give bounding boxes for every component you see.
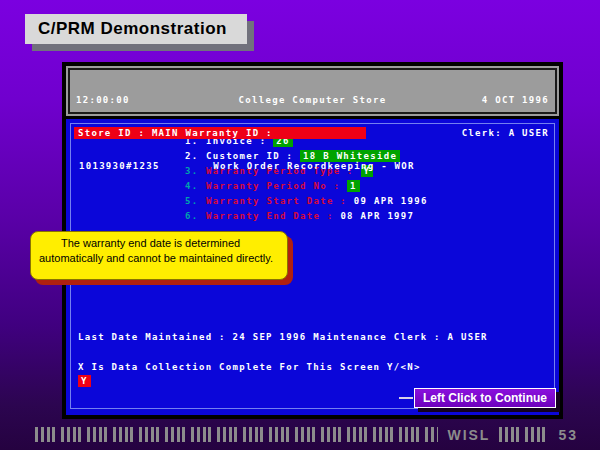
field-row: 5.Warranty Start Date : 09 APR 1996 [185,193,428,208]
page-number: 53 [558,427,578,443]
clock: 12:00:00 [76,95,216,105]
field-colon: : [327,181,347,191]
field-label: Warranty Start Date [206,196,334,206]
field-value: 09 APR 1996 [354,196,428,206]
field-list: 1.Invoice : 262.Customer ID : 18 B White… [185,133,428,223]
field-value[interactable]: 1 [347,180,360,192]
footer-brand: WISL [447,427,490,443]
field-label: Warranty Period No [206,181,327,191]
date: 4 OCT 1996 [409,95,549,105]
footer-bar: WISL 53 [0,426,600,443]
terminal-header: 12:00:00 College Computer Store 4 OCT 19… [66,66,559,119]
clerk-label: Clerk: A USER [409,128,549,138]
store-id-bar: Store ID : MAIN Warranty ID : [74,127,366,139]
screen-title: Work Order Recordkeeping - WOR [213,161,415,171]
data-collection-prompt: X Is Data Collection Complete For This S… [78,362,421,372]
last-maintained-line: Last Date Maintained : 24 SEP 1996 Maint… [78,332,488,342]
field-number: 6. [185,211,199,221]
field-row: 6.Warranty End Date : 08 APR 1997 [185,208,428,223]
store-name: College Computer Store [216,95,409,105]
barcode-decoration-short [499,427,549,442]
field-colon: : [320,211,340,221]
slide: C/PRM Demonstration 12:00:00 College Com… [0,0,600,450]
field-number: 4. [185,181,199,191]
slide-title-box: C/PRM Demonstration [25,14,247,44]
continue-button[interactable]: Left Click to Continue [414,388,556,408]
callout-text: The warranty end date is determined auto… [39,237,273,264]
slide-title: C/PRM Demonstration [38,19,227,39]
barcode-decoration [35,427,438,442]
annotation-callout: The warranty end date is determined auto… [30,231,288,280]
field-number: 5. [185,196,199,206]
header-row-2: Store ID : MAIN Warranty ID : Clerk: A U… [76,126,549,139]
header-row-1: 12:00:00 College Computer Store 4 OCT 19… [76,93,549,106]
field-value: 08 APR 1997 [340,211,414,221]
field-colon: : [334,196,354,206]
field-row: 4.Warranty Period No : 1 [185,178,428,193]
order-id: 1013930#1235 [76,161,213,171]
header-row-3: 1013930#1235 Work Order Recordkeeping - … [76,159,549,172]
continue-button-label: Left Click to Continue [423,391,547,405]
cursor-input-field[interactable]: Y [78,375,91,387]
field-label: Warranty End Date [206,211,320,221]
